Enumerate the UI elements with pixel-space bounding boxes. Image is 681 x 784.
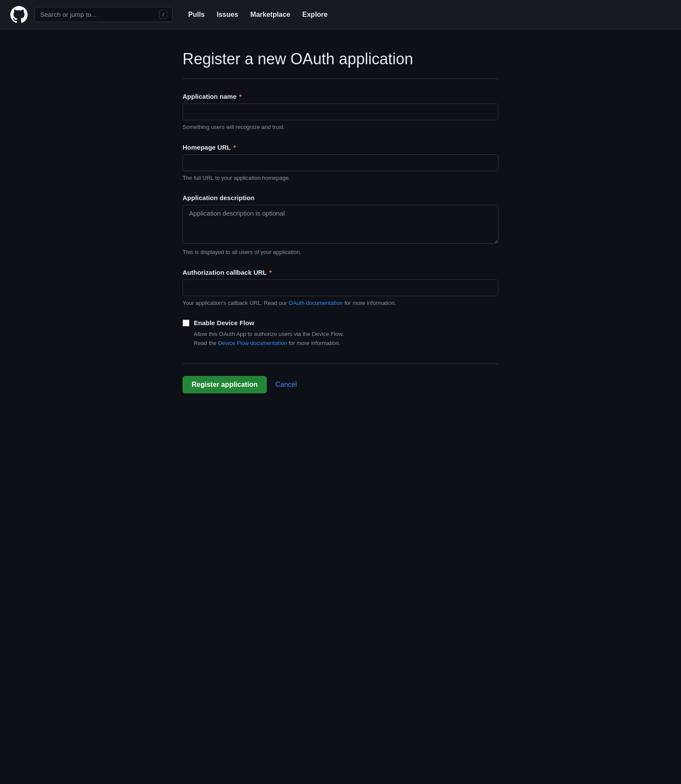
callback-url-group: Authorization callback URL * Your applic… [183, 269, 498, 307]
app-name-required: * [239, 93, 242, 100]
oauth-docs-link[interactable]: OAuth documentation [289, 300, 343, 306]
description-textarea[interactable] [183, 205, 498, 244]
main-nav: Pulls Issues Marketplace Explore [183, 8, 333, 21]
app-name-input[interactable] [183, 103, 498, 120]
callback-url-label: Authorization callback URL * [183, 269, 498, 276]
app-name-group: Application name * Something users will … [183, 93, 498, 132]
search-bar[interactable]: / [35, 7, 173, 22]
oauth-app-form: Application name * Something users will … [183, 93, 498, 393]
description-label: Application description [183, 194, 498, 201]
page-title: Register a new OAuth application [183, 50, 498, 68]
device-flow-checkbox[interactable] [183, 320, 189, 326]
site-header: / Pulls Issues Marketplace Explore [0, 0, 681, 29]
callback-url-input[interactable] [183, 279, 498, 296]
form-divider-bottom [183, 364, 498, 364]
app-name-label: Application name * [183, 93, 498, 100]
device-flow-docs-link[interactable]: Device Flow documentation [218, 340, 287, 346]
slash-shortcut-badge: / [159, 10, 167, 19]
search-input[interactable] [40, 11, 156, 18]
nav-marketplace[interactable]: Marketplace [245, 8, 296, 21]
homepage-url-input[interactable] [183, 154, 498, 171]
homepage-url-label: Homepage URL * [183, 144, 498, 151]
description-group: Application description This is displaye… [183, 194, 498, 257]
nav-issues[interactable]: Issues [211, 8, 243, 21]
homepage-url-hint: The full URL to your application homepag… [183, 174, 498, 182]
homepage-url-required: * [233, 144, 236, 151]
callback-url-required: * [269, 269, 272, 276]
homepage-url-group: Homepage URL * The full URL to your appl… [183, 144, 498, 182]
device-flow-description: Allow this OAuth App to authorize users … [194, 330, 498, 348]
form-actions: Register application Cancel [183, 376, 498, 393]
register-application-button[interactable]: Register application [183, 376, 267, 393]
nav-explore[interactable]: Explore [297, 8, 333, 21]
title-divider [183, 78, 498, 79]
nav-pulls[interactable]: Pulls [183, 8, 210, 21]
device-flow-checkbox-row: Enable Device Flow [183, 319, 498, 326]
callback-url-hint: Your application's callback URL. Read ou… [183, 299, 498, 307]
cancel-link[interactable]: Cancel [274, 377, 299, 392]
description-hint: This is displayed to all users of your a… [183, 248, 498, 257]
main-content: Register a new OAuth application Applica… [172, 29, 509, 428]
app-name-hint: Something users will recognize and trust… [183, 123, 498, 132]
device-flow-label[interactable]: Enable Device Flow [194, 319, 254, 326]
device-flow-group: Enable Device Flow Allow this OAuth App … [183, 319, 498, 348]
github-logo[interactable] [10, 6, 28, 23]
